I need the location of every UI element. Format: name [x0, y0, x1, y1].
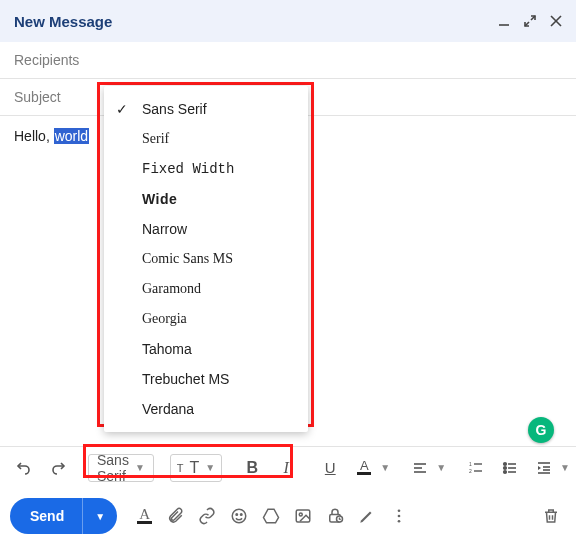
font-option-label: Verdana — [142, 401, 194, 417]
font-option-label: Tahoma — [142, 341, 192, 357]
indent-button[interactable] — [530, 454, 558, 482]
font-option[interactable]: Tahoma — [104, 334, 308, 364]
font-option-label: Garamond — [142, 281, 201, 297]
minimize-icon[interactable] — [498, 15, 510, 27]
font-option-label: Comic Sans MS — [142, 251, 233, 267]
text-color-button[interactable]: A — [350, 454, 378, 482]
size-large-icon: T — [190, 459, 200, 477]
recipients-field[interactable]: Recipients — [0, 42, 576, 79]
chevron-down-icon[interactable]: ▼ — [560, 462, 570, 473]
font-option[interactable]: ✓Sans Serif — [104, 94, 308, 124]
font-option[interactable]: Narrow — [104, 214, 308, 244]
font-family-label: Sans Serif — [97, 452, 129, 484]
emoji-icon[interactable] — [230, 507, 248, 525]
svg-point-22 — [232, 509, 246, 523]
bulleted-list-button[interactable] — [496, 454, 524, 482]
bold-button[interactable]: B — [238, 454, 266, 482]
send-toolbar: Send ▼ A — [0, 488, 576, 544]
svg-point-24 — [241, 514, 243, 516]
underline-button[interactable]: U — [316, 454, 344, 482]
subject-placeholder: Subject — [14, 89, 61, 105]
chevron-down-icon: ▼ — [135, 462, 145, 473]
numbered-list-button[interactable]: 12 — [462, 454, 490, 482]
expand-icon[interactable] — [524, 15, 536, 27]
font-option-label: Sans Serif — [142, 101, 207, 117]
font-option[interactable]: Georgia — [104, 304, 308, 334]
font-option[interactable]: Garamond — [104, 274, 308, 304]
link-icon[interactable] — [198, 507, 216, 525]
chevron-down-icon[interactable]: ▼ — [436, 462, 446, 473]
svg-point-23 — [236, 514, 238, 516]
svg-point-30 — [398, 509, 401, 512]
font-option-label: Wide — [142, 191, 177, 207]
drive-icon[interactable] — [262, 507, 280, 525]
chevron-down-icon[interactable]: ▼ — [380, 462, 390, 473]
italic-button[interactable]: I — [272, 454, 300, 482]
align-button[interactable] — [406, 454, 434, 482]
svg-point-27 — [299, 513, 302, 516]
svg-point-32 — [398, 520, 401, 523]
body-selection: world — [54, 128, 89, 144]
font-family-select[interactable]: Sans Serif ▼ — [88, 454, 154, 482]
svg-point-13 — [504, 466, 507, 469]
close-icon[interactable] — [550, 15, 562, 27]
font-family-menu[interactable]: ✓Sans SerifSerifFixed WidthWideNarrowCom… — [104, 86, 308, 432]
formatting-toggle-button[interactable]: A — [137, 508, 152, 524]
image-icon[interactable] — [294, 507, 312, 525]
font-size-select[interactable]: T T ▼ — [170, 454, 222, 482]
svg-marker-25 — [264, 509, 279, 523]
send-button-main[interactable]: Send — [10, 498, 82, 534]
svg-point-12 — [504, 462, 507, 465]
body-text: Hello, — [14, 128, 54, 144]
attach-icon[interactable] — [166, 507, 184, 525]
svg-text:1: 1 — [469, 461, 472, 467]
font-option-label: Georgia — [142, 311, 187, 327]
send-button[interactable]: Send ▼ — [10, 498, 117, 534]
font-option[interactable]: Verdana — [104, 394, 308, 424]
compose-header: New Message — [0, 0, 576, 42]
font-option[interactable]: Wide — [104, 184, 308, 214]
recipients-placeholder: Recipients — [14, 52, 79, 68]
undo-button[interactable] — [10, 454, 38, 482]
formatting-toolbar: Sans Serif ▼ T T ▼ B I U A ▼ ▼ 12 ▼ — [0, 446, 576, 488]
size-small-icon: T — [177, 462, 184, 474]
svg-point-31 — [398, 515, 401, 518]
compose-actions: A — [137, 507, 408, 525]
grammarly-badge[interactable]: G — [528, 417, 554, 443]
font-option-label: Trebuchet MS — [142, 371, 229, 387]
confidential-icon[interactable] — [326, 507, 344, 525]
redo-button[interactable] — [44, 454, 72, 482]
font-option[interactable]: Trebuchet MS — [104, 364, 308, 394]
svg-text:2: 2 — [469, 468, 472, 474]
check-icon: ✓ — [116, 101, 132, 117]
header-actions — [498, 15, 562, 27]
font-option-label: Narrow — [142, 221, 187, 237]
font-option-label: Fixed Width — [142, 161, 234, 177]
font-option-label: Serif — [142, 131, 169, 147]
send-more-button[interactable]: ▼ — [82, 498, 117, 534]
discard-icon[interactable] — [542, 507, 560, 525]
pen-icon[interactable] — [358, 507, 376, 525]
more-icon[interactable] — [390, 507, 408, 525]
svg-point-14 — [504, 470, 507, 473]
font-option[interactable]: Fixed Width — [104, 154, 308, 184]
chevron-down-icon: ▼ — [205, 462, 215, 473]
font-option[interactable]: Comic Sans MS — [104, 244, 308, 274]
compose-title: New Message — [14, 13, 112, 30]
font-option[interactable]: Serif — [104, 124, 308, 154]
